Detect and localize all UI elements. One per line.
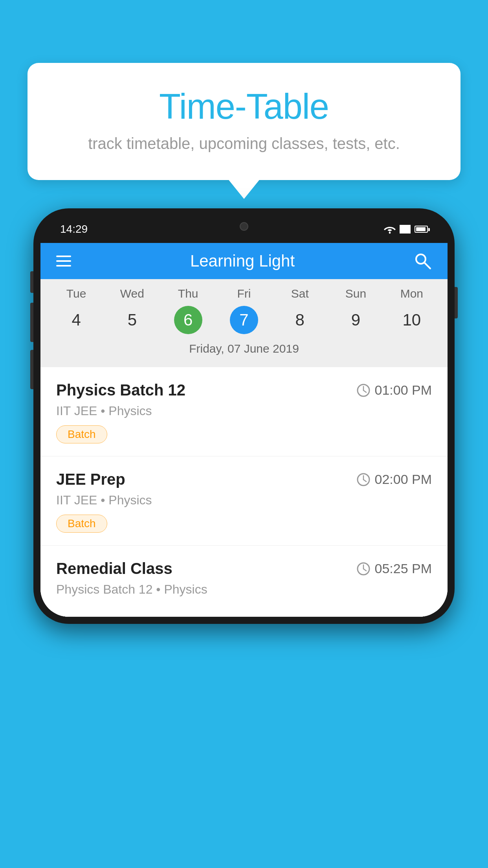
schedule-item[interactable]: JEE Prep 02:00 PMIIT JEE • PhysicsBatch [40,456,448,546]
svg-line-2 [424,263,430,268]
time-value: 02:00 PM [374,472,432,487]
volume-up-button [30,271,33,293]
menu-line [56,260,71,262]
app-header: Learning Light [40,243,448,279]
time-value: 01:00 PM [374,383,432,398]
phone-notch [213,215,275,237]
calendar-day[interactable]: Thu6 [160,287,216,334]
day-name-label: Sun [345,287,366,300]
calendar-day[interactable]: Wed5 [104,287,160,334]
status-icons [384,224,428,234]
clock-icon [356,562,371,576]
schedule-item[interactable]: Remedial Class 05:25 PMPhysics Batch 12 … [40,546,448,617]
clock-icon [356,383,371,397]
svg-point-0 [389,232,391,234]
phone-screen: Learning Light Tue4Wed5Thu6Fri7Sat8Sun9M… [40,243,448,617]
schedule-list: Physics Batch 12 01:00 PMIIT JEE • Physi… [40,367,448,617]
class-time: 05:25 PM [356,561,432,576]
class-subtitle: IIT JEE • Physics [56,493,432,508]
day-number[interactable]: 10 [398,306,426,334]
day-number[interactable]: 7 [230,306,258,334]
svg-line-11 [363,569,366,571]
menu-line [56,265,71,267]
phone-frame: 14:29 [33,208,455,624]
status-bar: 14:29 [40,215,448,243]
calendar-day[interactable]: Mon10 [384,287,440,334]
day-number[interactable]: 4 [62,306,90,334]
day-number[interactable]: 5 [118,306,146,334]
app-title: Learning Light [190,252,295,270]
day-number[interactable]: 6 [174,306,202,334]
signal-icon [400,225,411,234]
day-number[interactable]: 9 [342,306,370,334]
menu-button[interactable] [56,256,71,267]
day-name-label: Mon [400,287,423,300]
tooltip-title: Time-Table [59,86,429,127]
batch-badge: Batch [56,515,107,533]
menu-line [56,256,71,257]
search-icon [414,252,432,270]
status-time: 14:29 [60,223,88,235]
day-name-label: Sat [291,287,309,300]
volume-down-button [30,303,33,342]
class-time: 02:00 PM [356,472,432,487]
phone-mockup: 14:29 [33,208,455,868]
days-row: Tue4Wed5Thu6Fri7Sat8Sun9Mon10 [40,287,448,334]
calendar-day[interactable]: Tue4 [48,287,104,334]
search-button[interactable] [414,252,432,270]
day-name-label: Thu [178,287,198,300]
day-name-label: Fri [237,287,251,300]
calendar-day[interactable]: Fri7 [216,287,272,334]
front-camera [240,222,248,231]
selected-date-label: Friday, 07 June 2019 [40,339,448,363]
class-subtitle: IIT JEE • Physics [56,404,432,418]
tooltip-subtitle: track timetable, upcoming classes, tests… [59,135,429,153]
day-number[interactable]: 8 [286,306,314,334]
battery-icon [415,226,428,233]
day-name-label: Tue [66,287,86,300]
batch-badge: Batch [56,425,107,443]
class-title: Physics Batch 12 [56,381,185,399]
clock-icon [356,473,371,487]
class-title: Remedial Class [56,560,172,577]
calendar-strip: Tue4Wed5Thu6Fri7Sat8Sun9Mon10 Friday, 07… [40,279,448,367]
calendar-day[interactable]: Sat8 [272,287,328,334]
svg-line-8 [363,480,366,482]
class-subtitle: Physics Batch 12 • Physics [56,582,432,597]
calendar-day[interactable]: Sun9 [328,287,383,334]
day-name-label: Wed [120,287,144,300]
schedule-item[interactable]: Physics Batch 12 01:00 PMIIT JEE • Physi… [40,367,448,456]
silent-button [30,350,33,389]
class-title: JEE Prep [56,471,125,488]
tooltip-card: Time-Table track timetable, upcoming cla… [28,63,460,180]
power-button [455,287,458,318]
wifi-icon [384,224,396,234]
svg-line-5 [363,390,366,392]
class-time: 01:00 PM [356,383,432,398]
time-value: 05:25 PM [374,561,432,576]
